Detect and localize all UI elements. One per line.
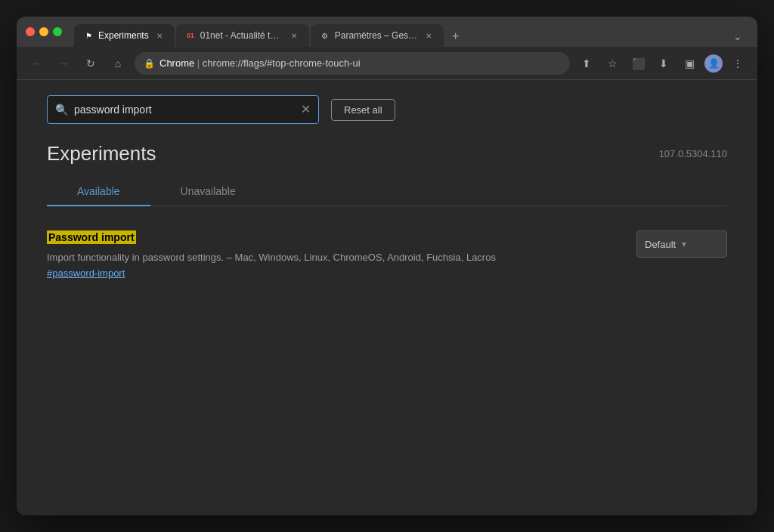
settings-tab-icon: ⚙ [320,30,330,41]
bookmark-button[interactable]: ☆ [602,53,623,74]
more-tabs-button[interactable]: ⌄ [727,26,748,47]
experiment-name: Password import [47,230,136,244]
search-box: 🔍 ✕ [47,95,319,124]
url-bar[interactable]: 🔒 Chrome | chrome://flags/#top-chrome-to… [135,52,570,75]
select-value: Default [645,239,676,250]
main-content: 🔍 ✕ Reset all Experiments 107.0.5304.110… [17,80,757,515]
experiment-info: Password import Import functionality in … [47,230,624,279]
tabs-bar: ⚑ Experiments ✕ 01 01net - Actualité tec… [74,17,748,47]
tab-experiments[interactable]: ⚑ Experiments ✕ [74,24,175,47]
search-input[interactable] [74,104,295,116]
clear-search-button[interactable]: ✕ [301,104,311,116]
window-button[interactable]: ▣ [679,53,700,74]
browser-window: ⚑ Experiments ✕ 01 01net - Actualité tec… [17,17,757,515]
url-text: Chrome | chrome://flags/#top-chrome-touc… [159,57,561,69]
tab-experiments-label: Experiments [98,30,149,41]
tab-01net-label: 01net - Actualité tech, tests p... [200,30,283,41]
page-title: Experiments [47,142,156,165]
title-bar: ⚑ Experiments ✕ 01 01net - Actualité tec… [17,17,757,47]
toolbar-icons: ⬆ ☆ ⬛ ⬇ ▣ 👤 ⋮ [576,53,748,74]
download-button[interactable]: ⬇ [653,53,674,74]
tab-01net-close[interactable]: ✕ [288,29,300,42]
url-separator: | [194,57,203,69]
url-domain: Chrome [159,57,194,69]
home-button[interactable]: ⌂ [107,53,128,74]
experiment-description: Import functionality in password setting… [47,250,624,265]
traffic-lights [26,27,62,36]
tab-experiments-close[interactable]: ✕ [153,29,166,42]
tab-settings-label: Paramètres – Gestionnaire de ... [335,30,418,41]
search-icon: 🔍 [55,104,68,116]
01net-tab-icon: 01 [185,30,196,41]
share-button[interactable]: ⬆ [576,53,597,74]
security-icon: 🔒 [144,58,155,69]
forward-button[interactable]: → [53,53,74,74]
close-window-button[interactable] [26,27,35,36]
reload-button[interactable]: ↻ [80,53,101,74]
minimize-window-button[interactable] [39,27,48,36]
reset-all-button[interactable]: Reset all [331,99,395,121]
tab-01net[interactable]: 01 01net - Actualité tech, tests p... ✕ [176,24,309,47]
version-text: 107.0.5304.110 [659,148,727,159]
chevron-down-icon: ▾ [682,239,686,249]
tab-unavailable[interactable]: Unavailable [150,178,266,206]
tab-settings-close[interactable]: ✕ [423,29,435,42]
experiment-select[interactable]: Default ▾ [636,230,727,258]
url-path: chrome://flags/#top-chrome-touch-ui [203,57,361,69]
back-button[interactable]: ← [26,53,47,74]
experiment-link[interactable]: #password-import [47,268,624,279]
tab-navigation: Available Unavailable [47,178,727,206]
extension-button[interactable]: ⬛ [627,53,649,74]
address-bar: ← → ↻ ⌂ 🔒 Chrome | chrome://flags/#top-c… [17,47,757,80]
avatar[interactable]: 👤 [704,54,723,73]
search-area: 🔍 ✕ Reset all [47,95,727,124]
tab-settings[interactable]: ⚙ Paramètres – Gestionnaire de ... ✕ [311,24,444,47]
experiments-tab-icon: ⚑ [83,30,94,41]
new-tab-button[interactable]: + [445,26,466,47]
maximize-window-button[interactable] [53,27,62,36]
experiment-item: Password import Import functionality in … [47,224,727,285]
tab-available[interactable]: Available [47,178,150,206]
menu-button[interactable]: ⋮ [727,53,748,74]
experiments-header: Experiments 107.0.5304.110 [47,142,727,165]
